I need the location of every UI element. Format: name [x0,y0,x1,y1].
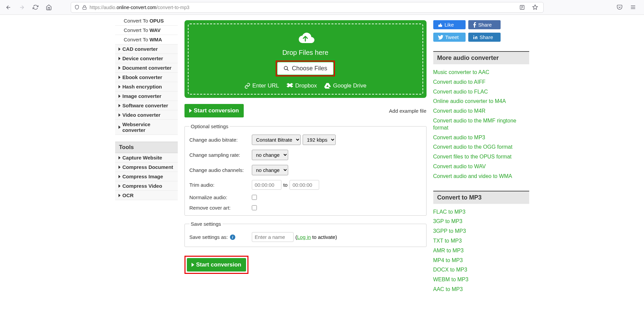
sidebar-category-item[interactable]: Image converter [115,92,178,101]
tools-header: Tools [115,142,178,153]
url-bar[interactable]: https://audio.online-convert.com/convert… [71,2,544,13]
search-icon [283,66,289,71]
login-link[interactable]: Log in [297,234,311,240]
trim-separator: to [283,182,288,188]
sampling-select[interactable]: no change [252,150,288,160]
cover-art-label: Remove cover art: [190,205,252,211]
more-converter-link[interactable]: Music converter to AAC [433,68,529,77]
link-icon [244,83,250,89]
sidebar-category-item[interactable]: Software converter [115,101,178,110]
mp3-converter-link[interactable]: WEBM to MP3 [433,275,529,285]
dropzone[interactable]: Drop Files here Choose Files Enter U [184,20,427,98]
fb-share-button[interactable]: Share [468,20,501,29]
sidebar-category-item[interactable]: Webservice converter [115,120,178,135]
bitrate-value-select[interactable]: 192 kbps [303,135,336,145]
normalize-checkbox[interactable] [252,195,257,200]
sidebar-category-item[interactable]: Device converter [115,54,178,63]
more-converter-link[interactable]: Convert audio to M4R [433,106,529,116]
more-converter-link[interactable]: Convert audio to the MMF ringtone format [433,116,529,133]
mp3-converter-link[interactable]: 3GP to MP3 [433,217,529,226]
mp3-converter-link[interactable]: FLAC to MP3 [433,207,529,217]
mp3-converter-link[interactable]: 3GPP to MP3 [433,226,529,236]
more-converter-link[interactable]: Convert audio to AIFF [433,77,529,87]
info-icon[interactable]: i [230,235,235,240]
choose-files-button[interactable]: Choose Files [277,62,333,75]
pocket-icon[interactable] [614,2,624,12]
drop-files-text: Drop Files here [189,49,422,57]
convert-to-mp3-header: Convert to MP3 [433,191,529,204]
add-example-file-link[interactable]: Add example file [389,108,427,114]
dropbox-link[interactable]: Dropbox [286,82,317,89]
bookmark-icon[interactable] [530,2,540,12]
sidebar-tool-item[interactable]: Compress Document [115,163,178,172]
forward-button[interactable] [17,2,27,12]
mp3-converter-link[interactable]: AAC to MP3 [433,285,529,294]
trim-end-input[interactable] [290,180,319,190]
mp3-converter-link[interactable]: MP4 to MP3 [433,256,529,265]
more-converter-link[interactable]: Convert files to the OPUS format [433,152,529,162]
main-content: Drop Files here Choose Files Enter U [184,16,427,294]
svg-rect-11 [438,25,439,27]
sidebar-category-item[interactable]: Video converter [115,110,178,120]
facebook-icon [473,22,476,28]
sidebar: Convert To OPUSConvert To WAVConvert To … [115,16,178,294]
sidebar-category-item[interactable]: Ebook converter [115,73,178,82]
back-button[interactable] [3,2,13,12]
more-converter-link[interactable]: Convert audio to MP3 [433,133,529,143]
cloud-upload-icon [295,30,315,45]
more-converter-header: More audio converter [433,51,529,64]
sidebar-sub-item[interactable]: Convert To OPUS [115,16,178,26]
menu-icon[interactable] [628,2,638,12]
save-as-label: Save settings as: i [190,234,242,240]
save-settings-fieldset: Save settings Save settings as: i (Log i… [184,221,427,247]
fb-like-button[interactable]: Like [433,20,466,29]
google-drive-link[interactable]: Google Drive [324,82,366,89]
sidebar-sub-item[interactable]: Convert To WMA [115,35,178,44]
dropbox-icon [286,83,293,89]
channels-select[interactable]: no change [252,165,288,175]
bitrate-mode-select[interactable]: Constant Bitrate [252,135,301,145]
thumbs-up-icon [438,23,443,27]
sidebar-tool-item[interactable]: Capture Website [115,153,178,163]
reader-icon[interactable] [517,2,527,12]
start-conversion-button-bottom[interactable]: Start conversion [187,258,246,272]
choose-files-highlight: Choose Files [276,61,335,76]
svg-point-13 [473,35,474,36]
start-conversion-button-top[interactable]: Start conversion [184,104,244,117]
sidebar-tool-item[interactable]: OCR [115,191,178,200]
save-name-input[interactable] [252,232,294,242]
svg-rect-0 [83,7,87,9]
sidebar-category-item[interactable]: Hash encryption [115,82,178,92]
sidebar-category-item[interactable]: Document converter [115,63,178,73]
linkedin-share-button[interactable]: Share [468,33,501,42]
more-converter-link[interactable]: Online audio converter to M4A [433,97,529,106]
sidebar-tool-item[interactable]: Compress Image [115,172,178,181]
start-conversion-highlight: Start conversion [184,256,248,274]
home-button[interactable] [44,2,54,12]
more-converter-link[interactable]: Convert audio to WAV [433,162,529,172]
more-converter-link[interactable]: Convert audio to FLAC [433,87,529,97]
more-converter-link[interactable]: Convert audio and video to WMA [433,172,529,181]
trim-start-input[interactable] [252,180,281,190]
sidebar-tool-item[interactable]: Compress Video [115,181,178,191]
reload-button[interactable] [30,2,40,12]
svg-marker-5 [533,5,537,9]
optional-settings-legend: Optional settings [190,123,230,129]
mp3-converter-link[interactable]: DOCX to MP3 [433,265,529,275]
tweet-button[interactable]: Tweet [433,33,466,42]
browser-toolbar: https://audio.online-convert.com/convert… [0,0,644,15]
mp3-converter-link[interactable]: AMR to MP3 [433,246,529,256]
save-settings-legend: Save settings [190,221,223,227]
more-converter-link[interactable]: Convert audio to the OGG format [433,142,529,152]
sidebar-category-item[interactable]: CAD converter [115,44,178,54]
url-text: https://audio.online-convert.com/convert… [90,5,514,10]
mp3-converter-link[interactable]: TXT to MP3 [433,236,529,246]
enter-url-link[interactable]: Enter URL [244,82,279,89]
svg-point-9 [284,66,287,70]
sidebar-sub-item[interactable]: Convert To WAV [115,26,178,35]
google-drive-icon [324,83,331,89]
svg-rect-12 [473,37,474,39]
cover-art-checkbox[interactable] [252,205,257,210]
optional-settings-fieldset: Optional settings Change audio bitrate: … [184,123,427,216]
linkedin-icon [473,35,478,40]
